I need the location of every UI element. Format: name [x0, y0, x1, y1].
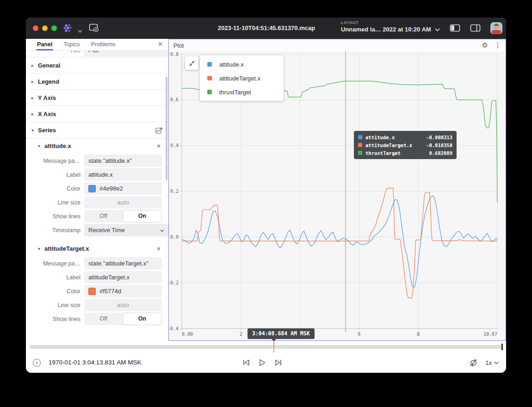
show-lines-toggle: Off On [84, 210, 162, 222]
toggle-right-sidebar-icon[interactable] [470, 24, 481, 34]
color-swatch[interactable] [88, 288, 96, 295]
current-timestamp: 1970-01-01 3:04:13.831 AM MSK [49, 352, 141, 373]
sidebar-close-icon[interactable]: ✕ [158, 41, 163, 48]
caret-right-icon: ▸ [31, 111, 38, 117]
main-content: Panel Topics Problems ✕ Title Plot ▸ Gen… [26, 39, 506, 341]
series-color-swatch [207, 62, 212, 67]
tooltip-row: attitude.x -0.008313 [358, 133, 452, 141]
plot-panel[interactable]: Plot ⚙ ⋮ 0.80.60.40.20.0-0.2-0.40.002468… [168, 39, 506, 341]
desktop-background: 2023-11-10T04:51:45.631370.mcap LAYOUT U… [0, 0, 532, 407]
foxglove-logo-icon[interactable] [63, 24, 73, 35]
panel-settings-gear-icon[interactable]: ⚙ [482, 41, 488, 49]
section-series[interactable]: ▾ Series [26, 122, 168, 138]
legend-item-thrust-target[interactable]: thrustTarget [200, 85, 284, 99]
show-lines-on-button[interactable]: On [123, 210, 161, 222]
add-series-icon[interactable] [155, 127, 163, 134]
plot-panel-title: Plot [173, 42, 184, 49]
seek-time-tooltip-pointer [271, 339, 277, 344]
layout-chevron-down-icon [435, 28, 440, 31]
scrubber-track[interactable] [30, 345, 502, 349]
close-window-button[interactable] [33, 25, 38, 31]
remove-series-icon[interactable]: ✕ [156, 246, 163, 252]
maximize-window-button[interactable] [51, 25, 57, 31]
series-color-swatch [207, 90, 212, 94]
caret-right-icon: ▸ [31, 95, 38, 100]
section-legend[interactable]: ▸ Legend [26, 74, 168, 90]
line-size-input[interactable] [84, 196, 162, 209]
label-row: Label [26, 271, 168, 284]
remove-series-icon[interactable]: ✕ [156, 143, 163, 149]
minimize-window-button[interactable] [42, 25, 48, 31]
app-menu-chevron-icon[interactable] [78, 26, 82, 35]
line-size-row: Line size [26, 196, 168, 209]
legend-item-attitude-x[interactable]: attitude.x [200, 57, 284, 71]
svg-text:0.6: 0.6 [170, 97, 179, 102]
chevron-down-icon [160, 227, 164, 234]
svg-text:2: 2 [240, 332, 242, 337]
series-editor-attitude-target-x-header[interactable]: ▾ attitudeTarget.x ✕ [26, 241, 168, 256]
color-field[interactable]: #f5774d [84, 285, 162, 297]
message-path-input[interactable] [84, 257, 162, 270]
playback-speed-selector[interactable]: 1x [485, 359, 499, 366]
loop-off-icon[interactable] [469, 359, 478, 367]
series-color-swatch [358, 143, 362, 147]
svg-text:0.00: 0.00 [182, 332, 193, 337]
play-button[interactable] [259, 358, 266, 367]
legend-collapse-button[interactable] [185, 56, 198, 70]
message-path-row: Message pa… [26, 154, 168, 167]
hover-values-tooltip: attitude.x -0.008313 attitudeTarget.x -0… [354, 131, 457, 159]
show-lines-on-button[interactable]: On [123, 313, 161, 325]
seek-forward-button[interactable] [274, 359, 282, 366]
show-lines-off-button[interactable]: Off [84, 313, 123, 325]
series-label-input[interactable] [84, 168, 162, 181]
playback-options: 1x [469, 352, 499, 373]
title-field-label: Title [37, 51, 84, 54]
settings-sidebar: Panel Topics Problems ✕ Title Plot ▸ Gen… [26, 39, 168, 341]
message-path-input[interactable] [84, 154, 162, 167]
tooltip-row: thrustTarget 0.682089 [358, 149, 452, 157]
caret-down-icon: ▾ [38, 246, 44, 251]
series-editor-attitude-x-header[interactable]: ▾ attitude.x ✕ [26, 138, 168, 154]
color-field[interactable]: #4e98e2 [84, 182, 162, 195]
section-x-axis[interactable]: ▸ X Axis [26, 106, 168, 122]
timestamp-select[interactable]: Receive Time [84, 224, 168, 236]
title-field-input[interactable]: Plot [84, 51, 168, 56]
svg-text:-0.2: -0.2 [169, 280, 179, 285]
add-panel-icon[interactable] [89, 24, 99, 34]
legend-item-attitude-target-x[interactable]: attitudeTarget.x [200, 71, 284, 85]
svg-text:10.67: 10.67 [483, 332, 497, 337]
line-size-input[interactable] [84, 299, 162, 311]
seek-backward-button[interactable] [242, 359, 250, 366]
layout-name: Unnamed la… 2022 at 10:20 AM [341, 26, 431, 33]
svg-text:0.8: 0.8 [170, 52, 179, 57]
color-swatch[interactable] [88, 185, 96, 192]
color-row: Color #f5774d [26, 284, 168, 298]
message-path-row: Message pa… [26, 257, 168, 270]
document-title: 2023-11-10T04:51:45.631370.mcap [165, 18, 368, 39]
svg-text:0.2: 0.2 [170, 189, 179, 194]
label-row: Label [26, 168, 168, 181]
line-size-row: Line size [26, 298, 168, 312]
series-label-input[interactable] [84, 271, 162, 284]
svg-text:0.4: 0.4 [170, 143, 179, 148]
layout-selector[interactable]: LAYOUT Unnamed la… 2022 at 10:20 AM [341, 20, 443, 33]
seek-time-tooltip: 3:04:08.684 AM MSK [247, 328, 315, 339]
title-field-row-clipped: Title Plot [26, 51, 168, 57]
show-lines-toggle: Off On [84, 313, 162, 325]
section-general[interactable]: ▸ General [26, 57, 168, 74]
color-row: Color #4e98e2 [26, 182, 168, 195]
data-source-info-icon[interactable]: i [33, 359, 41, 367]
svg-text:8: 8 [417, 332, 420, 337]
caret-down-icon: ▾ [38, 143, 44, 148]
layout-label: LAYOUT [341, 20, 443, 25]
playback-bar: i 1970-01-01 3:04:13.831 AM MSK [26, 352, 506, 373]
tab-panel[interactable]: Panel [31, 39, 58, 50]
tab-problems[interactable]: Problems [86, 39, 121, 50]
sidebar-scrollbar[interactable] [166, 77, 167, 180]
user-avatar[interactable] [490, 22, 502, 34]
panel-menu-kebab-icon[interactable]: ⋮ [495, 42, 501, 49]
tab-topics[interactable]: Topics [58, 39, 85, 50]
toggle-left-sidebar-icon[interactable] [450, 24, 460, 34]
show-lines-off-button[interactable]: Off [84, 210, 123, 222]
section-y-axis[interactable]: ▸ Y Axis [26, 90, 168, 106]
